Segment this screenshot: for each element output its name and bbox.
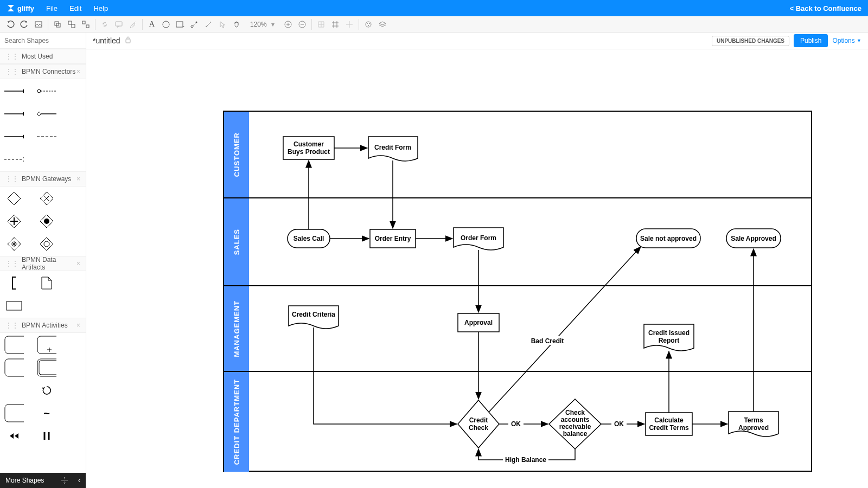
- close-icon[interactable]: ×: [76, 260, 80, 267]
- svg-point-35: [44, 241, 49, 247]
- edge-badcredit[interactable]: [489, 247, 641, 412]
- category-bpmn-activities[interactable]: ⋮⋮BPMN Activities×: [0, 318, 86, 333]
- guides-button[interactable]: [342, 17, 356, 31]
- shape-tilde[interactable]: ~: [37, 407, 56, 420]
- shape-rewind[interactable]: [4, 429, 24, 442]
- zoom-value[interactable]: 120%: [250, 21, 267, 28]
- lane-header-credit[interactable]: CREDIT DEPARTMENT: [224, 372, 249, 472]
- shape-arrow-dashed-open[interactable]: [4, 153, 24, 166]
- shape-task-rounded[interactable]: [4, 361, 24, 374]
- svg-text:OK: OK: [614, 420, 624, 428]
- menu-edit[interactable]: Edit: [69, 4, 81, 12]
- ellipse-tool-button[interactable]: [159, 17, 173, 31]
- svg-text:Approval: Approval: [464, 319, 493, 326]
- shape-loop-icon[interactable]: [37, 384, 56, 397]
- line-tool-button[interactable]: [201, 17, 215, 31]
- document-title[interactable]: *untitled: [93, 36, 120, 45]
- shape-search[interactable]: [0, 33, 86, 49]
- svg-point-21: [367, 23, 368, 24]
- shape-gateway-plus[interactable]: [4, 215, 24, 228]
- shape-task-simple[interactable]: [4, 407, 24, 420]
- shape-rect[interactable]: [4, 299, 24, 312]
- snap-button[interactable]: [328, 17, 342, 31]
- shape-arrow-diamond[interactable]: [37, 107, 56, 120]
- publish-button[interactable]: Publish: [794, 34, 828, 47]
- lane-header-management[interactable]: MANAGEMENT: [224, 286, 249, 371]
- lane-header-sales[interactable]: SALES: [224, 198, 249, 285]
- connector-tool-button[interactable]: [187, 17, 201, 31]
- search-input[interactable]: [4, 37, 86, 44]
- category-bpmn-artifacts[interactable]: ⋮⋮BPMN Data Artifacts×: [0, 256, 86, 271]
- svg-text:Sale not approved: Sale not approved: [640, 235, 697, 242]
- menu-help[interactable]: Help: [93, 4, 108, 12]
- category-bpmn-connectors[interactable]: ⋮⋮BPMN Connectors×: [0, 64, 86, 79]
- svg-rect-5: [82, 21, 85, 24]
- shape-arrow-solid[interactable]: [4, 85, 24, 98]
- artifacts-shapes: [0, 271, 86, 318]
- shape-sidebar: ⋮⋮Most Used ⋮⋮BPMN Connectors× ⋮⋮BPMN Ga…: [0, 33, 86, 488]
- group-button[interactable]: [65, 17, 79, 31]
- canvas[interactable]: CUSTOMER SALES MANAGEMENT CREDIT DEPARTM…: [86, 49, 868, 488]
- pointer-tool-button[interactable]: [215, 17, 229, 31]
- shape-gateway-star-filled[interactable]: [37, 215, 56, 228]
- category-most-used[interactable]: ⋮⋮Most Used: [0, 49, 86, 64]
- edge-criteria-creditcheck[interactable]: [314, 328, 457, 424]
- grip-icon: ⋮⋮: [5, 68, 18, 75]
- zoom-out-button[interactable]: [295, 17, 309, 31]
- redo-button[interactable]: [17, 17, 31, 31]
- ungroup-button[interactable]: [79, 17, 93, 31]
- svg-text:Order Entry: Order Entry: [375, 235, 411, 242]
- eyedropper-button[interactable]: [126, 17, 140, 31]
- lock-icon: [125, 36, 131, 46]
- shape-arrow-circle-dashed[interactable]: [37, 85, 56, 98]
- shape-task-plus[interactable]: [37, 338, 56, 351]
- svg-point-22: [369, 23, 370, 24]
- lane-header-customer[interactable]: CUSTOMER: [224, 112, 249, 197]
- shape-gateway-x[interactable]: [37, 192, 56, 205]
- shape-task-double[interactable]: [37, 361, 56, 374]
- more-shapes-bar[interactable]: More Shapes ‹: [0, 473, 86, 488]
- shape-task[interactable]: [4, 338, 24, 351]
- image-button[interactable]: [31, 17, 46, 31]
- shape-document[interactable]: [37, 277, 56, 290]
- zoom-dropdown-icon[interactable]: ▾: [271, 21, 275, 28]
- options-dropdown[interactable]: Options ▼: [832, 37, 861, 44]
- svg-rect-6: [86, 25, 89, 28]
- text-tool-button[interactable]: A: [145, 17, 159, 31]
- chevron-down-icon: ▼: [857, 38, 861, 43]
- shape-arrow-plain[interactable]: [4, 130, 24, 143]
- shape-line-dashed[interactable]: [37, 130, 56, 143]
- shape-bracket[interactable]: [4, 277, 24, 290]
- shape-gateway-circle[interactable]: [37, 237, 56, 251]
- shape-gateway-asterisk[interactable]: [4, 237, 24, 251]
- svg-text:Credit Criteria: Credit Criteria: [292, 311, 335, 318]
- hand-tool-button[interactable]: [229, 17, 244, 31]
- copy-button[interactable]: [50, 17, 65, 31]
- rect-tool-button[interactable]: [173, 17, 187, 31]
- grid-button[interactable]: [314, 17, 328, 31]
- zoom-in-button[interactable]: [281, 17, 295, 31]
- theme-button[interactable]: [361, 17, 375, 31]
- svg-text:Credit: Credit: [469, 416, 488, 424]
- layers-button[interactable]: [375, 17, 390, 31]
- back-to-confluence-link[interactable]: < Back to Confluence: [789, 4, 861, 12]
- collapse-icon[interactable]: ‹: [78, 477, 80, 484]
- svg-text:Approved: Approved: [738, 424, 769, 432]
- comment-button[interactable]: [112, 17, 126, 31]
- svg-text:Check: Check: [469, 424, 488, 432]
- shape-gateway[interactable]: [4, 192, 24, 205]
- close-icon[interactable]: ×: [76, 175, 80, 183]
- shape-bars[interactable]: [37, 429, 56, 442]
- svg-text:Credit Form: Credit Form: [374, 144, 411, 151]
- svg-text:Report: Report: [659, 337, 680, 344]
- close-icon[interactable]: ×: [76, 322, 80, 329]
- category-bpmn-gateways[interactable]: ⋮⋮BPMN Gateways×: [0, 171, 86, 187]
- close-icon[interactable]: ×: [76, 68, 80, 75]
- menu-file[interactable]: File: [46, 4, 58, 12]
- link-button[interactable]: [98, 17, 112, 31]
- shape-arrow-filled[interactable]: [4, 107, 24, 120]
- undo-button[interactable]: [3, 17, 17, 31]
- svg-text:Credit Terms: Credit Terms: [649, 424, 688, 432]
- grip-icon: ⋮⋮: [5, 260, 18, 267]
- shape-task-loop[interactable]: [4, 384, 24, 397]
